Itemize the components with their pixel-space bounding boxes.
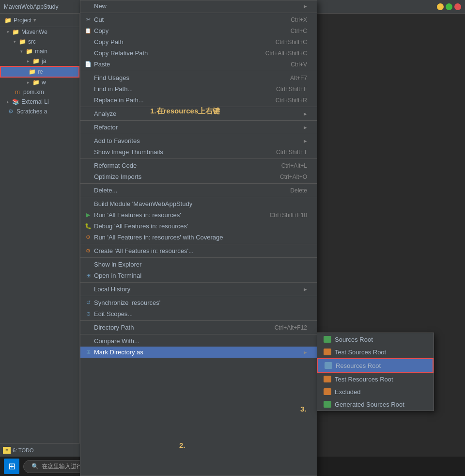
menu-label: Directory Path	[94, 324, 265, 331]
menu-item-paste[interactable]: 📄 Paste Ctrl+V	[80, 59, 317, 70]
menu-item-copy[interactable]: 📋 Copy Ctrl+C	[80, 25, 317, 36]
menu-item-optimize-imports[interactable]: Optimize Imports Ctrl+Alt+O	[80, 171, 317, 182]
tree-item-external-lib[interactable]: ▸ 📚 External Li	[0, 97, 79, 107]
menu-item-delete[interactable]: Delete... Delete	[80, 185, 317, 196]
submenu-item-resources-root[interactable]: Resources Root	[317, 358, 434, 373]
menu-item-cut[interactable]: ✂ Cut Ctrl+X	[80, 14, 317, 25]
tree-item-src[interactable]: ▾ 📁 src	[0, 37, 79, 47]
menu-item-run[interactable]: ▶ Run 'All Features in: resources' Ctrl+…	[80, 209, 317, 221]
tree-label: Scratches a	[16, 108, 47, 115]
menu-label: Show Image Thumbnails	[94, 148, 266, 156]
menu-item-debug[interactable]: 🐛 Debug 'All Features in: resources'	[80, 221, 317, 232]
panel-title: Project	[14, 17, 31, 24]
menu-separator	[80, 257, 317, 258]
tree-item-webapp[interactable]: ▸ 📁 w	[0, 78, 79, 87]
menu-label: Synchronize 'resources'	[94, 299, 307, 306]
menu-item-coverage[interactable]: ⚙ Run 'All Features in: resources' with …	[80, 232, 317, 243]
submenu-item-sources-root[interactable]: Sources Root	[317, 333, 434, 346]
menu-item-new[interactable]: New ▸	[80, 0, 317, 12]
shortcut: Ctrl+Shift+R	[276, 97, 307, 104]
menu-label: Find in Path...	[94, 85, 266, 93]
menu-item-build-module[interactable]: Build Module 'MavenWebAppStudy'	[80, 198, 317, 209]
menu-label: Delete...	[94, 187, 280, 194]
menu-label: Run 'All Features in: resources' with Co…	[94, 234, 307, 241]
mark-directory-submenu: Sources Root Test Sources Root Resources…	[317, 333, 434, 411]
submenu-item-excluded[interactable]: Excluded	[317, 385, 434, 398]
menu-item-edit-scopes[interactable]: ⊙ Edit Scopes...	[80, 308, 317, 319]
menu-item-find-usages[interactable]: Find Usages Alt+F7	[80, 72, 317, 83]
menu-separator	[80, 183, 317, 184]
tree-item-resources[interactable]: 📁 re	[0, 66, 79, 78]
shortcut: Ctrl+Shift+F10	[270, 212, 307, 219]
copy-icon: 📋	[84, 27, 92, 35]
menu-item-directory-path[interactable]: Directory Path Ctrl+Alt+F12	[80, 322, 317, 333]
minimize-button[interactable]	[437, 3, 444, 10]
menu-item-replace-in-path[interactable]: Replace in Path... Ctrl+Shift+R	[80, 95, 317, 106]
tree-item-scratches[interactable]: ⚙ Scratches a	[0, 107, 79, 116]
tree-item-pomxml[interactable]: m pom.xm	[0, 87, 79, 97]
submenu-label: Test Resources Root	[335, 376, 393, 383]
svg-rect-1	[324, 349, 331, 355]
main-folder-icon: 📁	[25, 48, 33, 55]
test-resources-root-icon	[323, 375, 332, 383]
menu-item-show-thumbnails[interactable]: Show Image Thumbnails Ctrl+Shift+T	[80, 146, 317, 158]
todo-label: 6: TODO	[13, 447, 34, 453]
tree-label: src	[28, 38, 36, 45]
svg-rect-2	[325, 362, 332, 369]
menu-item-copy-relative-path[interactable]: Copy Relative Path Ctrl+Alt+Shift+C	[80, 48, 317, 59]
menu-item-local-history[interactable]: Local History ▸	[80, 284, 317, 295]
menu-label: Show in Explorer	[94, 261, 307, 268]
menu-separator	[80, 244, 317, 244]
menu-separator	[80, 13, 317, 13]
maximize-button[interactable]	[446, 3, 452, 10]
tree-item-main[interactable]: ▾ 📁 main	[0, 47, 79, 56]
menu-item-refactor[interactable]: Refactor ▸	[80, 122, 317, 133]
menu-item-copy-path[interactable]: Copy Path Ctrl+Shift+C	[80, 36, 317, 48]
menu-item-compare-with[interactable]: Compare With...	[80, 335, 317, 347]
tree-item-java[interactable]: ▸ 📁 ja	[0, 56, 79, 66]
menu-label: Add to Favorites	[94, 137, 300, 144]
submenu-item-test-resources-root[interactable]: Test Resources Root	[317, 373, 434, 385]
submenu-label: Excluded	[335, 388, 360, 396]
menu-label: Create 'All Features in: resources'...	[94, 247, 307, 254]
menu-item-open-terminal[interactable]: ⊞ Open in Terminal	[80, 270, 317, 281]
menu-separator	[80, 296, 317, 296]
close-button[interactable]	[454, 3, 461, 10]
run-icon: ▶	[84, 211, 92, 219]
menu-separator	[80, 334, 317, 334]
menu-item-find-in-path[interactable]: Find in Path... Ctrl+Shift+F	[80, 83, 317, 95]
shortcut: Ctrl+Alt+Shift+C	[265, 50, 307, 57]
menu-item-mark-directory[interactable]: ⊞ Mark Directory as ▸ Sources Root Test …	[80, 347, 317, 358]
tree-label: w	[42, 79, 46, 86]
resources-folder-icon: 📁	[28, 68, 36, 76]
menu-label: Mark Directory as	[94, 349, 300, 356]
tree-item-mavenwebapp[interactable]: ▾ 📁 MavenWe	[0, 27, 79, 37]
submenu-item-generated-sources-root[interactable]: Generated Sources Root	[317, 398, 434, 411]
menu-item-show-explorer[interactable]: Show in Explorer	[80, 259, 317, 270]
menu-item-reformat[interactable]: Reformat Code Ctrl+Alt+L	[80, 160, 317, 171]
menu-separator	[80, 197, 317, 197]
menu-item-synchronize[interactable]: ↺ Synchronize 'resources'	[80, 297, 317, 308]
pom-icon: m	[14, 88, 21, 96]
submenu-arrow: ▸	[304, 124, 307, 131]
menu-label: Open in Terminal	[94, 272, 307, 279]
menu-item-create[interactable]: ⚙ Create 'All Features in: resources'...	[80, 245, 317, 256]
expand-arrow: ▾	[14, 39, 18, 44]
submenu-arrow: ▸	[304, 286, 307, 293]
menu-item-add-favorites[interactable]: Add to Favorites ▸	[80, 135, 317, 146]
svg-rect-4	[324, 388, 331, 395]
paste-icon: 📄	[84, 61, 92, 68]
submenu-label: Generated Sources Root	[335, 401, 404, 408]
panel-dropdown[interactable]: ▾	[33, 17, 36, 23]
menu-label: Copy Path	[94, 38, 266, 46]
shortcut: Ctrl+Alt+L	[281, 162, 307, 169]
submenu-label: Test Sources Root	[335, 349, 386, 356]
submenu-item-test-sources-root[interactable]: Test Sources Root	[317, 346, 434, 358]
java-folder-icon: 📁	[32, 57, 40, 65]
cut-icon: ✂	[84, 16, 92, 24]
start-button[interactable]: ⊞	[4, 459, 19, 474]
menu-label: Build Module 'MavenWebAppStudy'	[94, 200, 307, 207]
todo-bar[interactable]: ≡ 6: TODO	[0, 443, 80, 457]
menu-label: Paste	[94, 61, 281, 68]
webapp-folder-icon: 📁	[32, 79, 40, 86]
